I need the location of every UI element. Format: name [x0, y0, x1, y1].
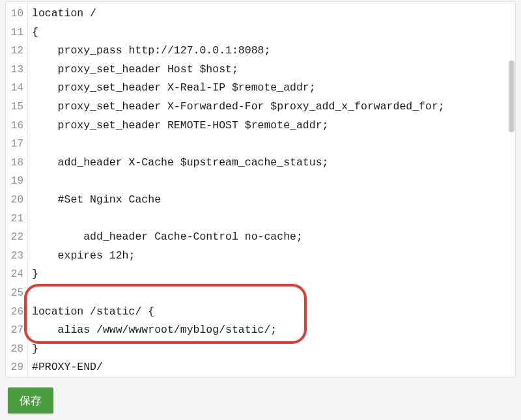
code-line[interactable]: proxy_set_header Host $host;: [32, 61, 515, 79]
line-number: 25: [6, 284, 27, 303]
save-button-label: 保存: [20, 393, 42, 408]
line-number: 12: [6, 42, 27, 61]
code-line[interactable]: add_header X-Cache $upstream_cache_statu…: [32, 154, 515, 173]
code-line[interactable]: }: [32, 340, 515, 359]
line-number: 19: [6, 172, 27, 191]
line-number: 28: [6, 340, 27, 359]
vertical-scrollbar[interactable]: [509, 61, 514, 132]
code-line[interactable]: location /static/ {: [32, 303, 515, 322]
code-content[interactable]: location /{ proxy_pass http://127.0.0.1:…: [28, 2, 515, 377]
line-number-gutter: 1011121314151617181920212223242526272829: [6, 2, 28, 377]
line-number: 24: [6, 265, 27, 284]
code-line[interactable]: expires 12h;: [32, 247, 515, 266]
line-number: 27: [6, 321, 27, 340]
line-number: 16: [6, 117, 27, 135]
code-line[interactable]: #Set Nginx Cache: [32, 191, 515, 210]
code-line[interactable]: #PROXY-END/: [32, 358, 515, 377]
line-number: 22: [6, 228, 27, 247]
line-number: 15: [6, 98, 27, 117]
code-line[interactable]: proxy_set_header REMOTE-HOST $remote_add…: [32, 117, 515, 135]
save-button[interactable]: 保存: [8, 387, 53, 413]
code-line[interactable]: proxy_set_header X-Real-IP $remote_addr;: [32, 79, 515, 98]
code-line[interactable]: }: [32, 265, 515, 284]
line-number: 20: [6, 191, 27, 210]
code-line[interactable]: [32, 284, 515, 303]
code-line[interactable]: location /: [32, 5, 515, 23]
code-line[interactable]: add_header Cache-Control no-cache;: [32, 228, 515, 247]
code-line[interactable]: {: [32, 23, 515, 42]
code-line[interactable]: alias /www/wwwroot/myblog/static/;: [32, 321, 515, 340]
line-number: 21: [6, 210, 27, 229]
line-number: 14: [6, 79, 27, 98]
line-number: 29: [6, 358, 27, 377]
line-number: 11: [6, 23, 27, 42]
line-number: 23: [6, 247, 27, 266]
code-line[interactable]: proxy_set_header X-Forwarded-For $proxy_…: [32, 98, 515, 117]
code-line[interactable]: [32, 172, 515, 191]
line-number: 18: [6, 154, 27, 173]
code-line[interactable]: proxy_pass http://127.0.0.1:8088;: [32, 42, 515, 61]
code-editor[interactable]: 1011121314151617181920212223242526272829…: [5, 1, 516, 378]
line-number: 10: [6, 5, 27, 23]
line-number: 13: [6, 61, 27, 79]
code-line[interactable]: [32, 135, 515, 154]
code-line[interactable]: [32, 210, 515, 229]
line-number: 17: [6, 135, 27, 154]
line-number: 26: [6, 303, 27, 322]
